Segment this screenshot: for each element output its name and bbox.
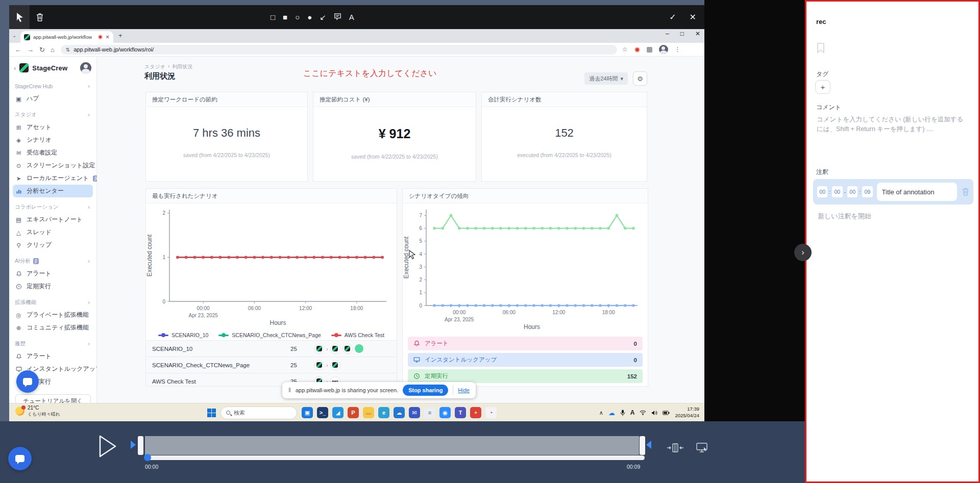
trim-start-handle[interactable] [138, 436, 143, 455]
end-second-input[interactable]: 09 [862, 186, 872, 197]
delete-annotation-icon[interactable] [962, 187, 969, 196]
comment-tool[interactable] [334, 13, 341, 22]
sidebar-item-screenshot[interactable]: ⊙スクリーンショット設定 [13, 159, 93, 172]
powershell-icon[interactable]: >_ [317, 407, 328, 418]
add-tag-button[interactable]: + [815, 80, 830, 94]
time-range-dropdown[interactable]: 過去24時間 ▾ [584, 72, 628, 85]
panel-collapse-handle[interactable]: › [794, 244, 812, 261]
seek-bar[interactable] [145, 455, 645, 460]
address-bar[interactable]: ⇅ app.pitwall-web.jp/workflows/roi/ [61, 45, 617, 55]
taskbar-search[interactable]: 検索 [220, 406, 297, 419]
battery-icon[interactable] [663, 411, 670, 415]
type-stat-row[interactable]: インスタントルックアップ0 [408, 353, 643, 367]
chat-launcher-button[interactable] [16, 370, 39, 393]
rectangle-filled-tool[interactable]: ■ [283, 13, 287, 21]
breadcrumb-studio[interactable]: スタジオ [144, 63, 165, 70]
trim-region[interactable] [145, 436, 639, 455]
playhead[interactable] [144, 454, 151, 461]
maximize-button[interactable]: □ [680, 30, 684, 37]
reload-icon[interactable]: ↻ [39, 46, 45, 54]
tray-chevron-icon[interactable]: ∧ [599, 410, 603, 416]
start-new-annotation-button[interactable]: 新しい注釈を開始 [818, 212, 871, 221]
ellipse-outline-tool[interactable]: ○ [295, 13, 300, 21]
table-row[interactable]: SCENARIO_Check_CTCNews_Page25› [146, 357, 397, 373]
close-button[interactable]: ✕ [695, 30, 700, 37]
browser-tab[interactable]: app.pitwall-web.jp/workflow ✕ [20, 31, 113, 43]
cursor-tool-button[interactable] [9, 5, 30, 29]
stop-sharing-button[interactable]: Stop sharing [403, 385, 448, 396]
comment-input[interactable]: コメントを入力してください (新しい行を追加するには、Shift + Retur… [817, 115, 970, 135]
sidebar-item-clip[interactable]: ⚲クリップ [13, 239, 93, 251]
trim-merge-icon[interactable] [667, 442, 684, 454]
edge-icon[interactable]: e [378, 407, 389, 418]
type-stat-row[interactable]: アラート0 [408, 337, 643, 350]
annotation-title-input[interactable] [877, 183, 957, 201]
home-icon[interactable]: ⌂ [51, 46, 55, 54]
sidebar-section-header[interactable]: 履歴∧ [9, 338, 96, 350]
vscode-icon[interactable]: ◢ [332, 407, 344, 418]
wifi-icon[interactable] [640, 410, 646, 415]
forward-icon[interactable]: → [27, 46, 34, 54]
sidebar-item-community-ext[interactable]: ⊕コミュニティ拡張機能 [13, 321, 93, 334]
microphone-icon[interactable] [620, 410, 625, 416]
sidebar-item-thread[interactable]: △スレッド [13, 226, 93, 239]
open-tutorial-button[interactable]: チュートリアルを開く [15, 394, 91, 403]
browser-menu-icon[interactable]: ⋮ [675, 46, 681, 53]
minimize-button[interactable]: – [666, 30, 669, 37]
site-settings-icon[interactable]: ⇅ [66, 47, 70, 53]
microsoft-store-icon[interactable]: ▣ [302, 407, 313, 418]
cancel-button[interactable]: ✕ [690, 12, 696, 22]
extensions-icon[interactable] [647, 47, 652, 53]
dashboard-settings-button[interactable]: ⚙ [633, 71, 647, 86]
confirm-button[interactable]: ✓ [669, 12, 676, 22]
outlook-icon[interactable]: ✉ [409, 407, 420, 418]
volume-icon[interactable] [651, 410, 657, 416]
zoom-icon[interactable]: ◉ [439, 407, 451, 418]
new-tab-button[interactable]: + [118, 32, 122, 39]
back-icon[interactable]: ← [15, 46, 21, 54]
sidebar-item-assets[interactable]: ⊞アセット [13, 121, 93, 134]
sidebar-item-analytics[interactable]: 分析センター [13, 185, 93, 197]
notepad-icon[interactable]: ≡ [424, 407, 435, 418]
sidebar-item-private-ext[interactable]: ◎プライベート拡張機能 [13, 309, 93, 321]
sidebar-section-header[interactable]: コラボレーション∧ [9, 201, 96, 213]
start-minute-input[interactable]: 00 [817, 186, 827, 197]
bookmark-star-icon[interactable]: ☆ [622, 46, 628, 53]
start-second-input[interactable]: 00 [832, 186, 842, 197]
chat-launcher-button-player[interactable] [8, 447, 32, 470]
trim-start-marker-icon[interactable] [131, 441, 136, 449]
tab-search-icon[interactable]: ⌄ [12, 33, 16, 38]
screenshot-icon[interactable] [696, 443, 708, 454]
sidebar-section-header[interactable]: StageCrew Hub∧ [9, 80, 96, 92]
sidebar-item-alert[interactable]: アラート [13, 350, 93, 363]
teams-icon[interactable]: T [455, 407, 466, 418]
end-minute-input[interactable]: 00 [847, 186, 857, 197]
sidebar-section-header[interactable]: AI分析β∧ [9, 255, 96, 267]
onedrive-icon[interactable]: ☁ [608, 409, 615, 417]
sidebar-item-local-agent[interactable]: ➤ローカルエージェントβ [13, 172, 93, 185]
sidebar-collapse-icon[interactable]: ‹ [14, 64, 16, 72]
sidebar-item-scenario[interactable]: ◈シナリオ [13, 134, 93, 146]
weather-widget[interactable]: 21°C くもり時々晴れ [15, 405, 60, 417]
sidebar-item-recipient[interactable]: ✉受信者設定 [13, 146, 93, 159]
trim-end-handle[interactable] [640, 436, 645, 455]
delete-tool-button[interactable] [30, 5, 50, 29]
gift-icon[interactable]: ✦ [470, 407, 481, 418]
rectangle-outline-tool[interactable]: □ [271, 13, 275, 21]
onedrive-icon[interactable]: ☁ [394, 407, 405, 418]
sidebar-item-schedule[interactable]: 定期実行 [13, 280, 93, 293]
recording-title[interactable]: rec [816, 18, 826, 26]
profile-avatar[interactable] [659, 45, 668, 54]
sidebar-item-expert-note[interactable]: ▤エキスパートノート [13, 213, 93, 226]
type-stat-row[interactable]: 定期実行152 [408, 369, 643, 383]
sidebar-section-header[interactable]: スタジオ∧ [9, 109, 96, 121]
trim-end-marker-icon[interactable] [646, 441, 651, 449]
tab-close-icon[interactable]: ✕ [106, 34, 110, 40]
sidebar-section-header[interactable]: 拡張機能∧ [9, 296, 96, 309]
play-button[interactable] [97, 434, 118, 459]
file-explorer-icon[interactable]: ▬ [363, 407, 374, 418]
clock-widget[interactable]: 17:39 2025/04/24 [675, 406, 699, 419]
text-tool[interactable]: A [349, 13, 354, 21]
bookmark-icon[interactable] [816, 42, 825, 54]
hide-link[interactable]: Hide [458, 387, 470, 393]
